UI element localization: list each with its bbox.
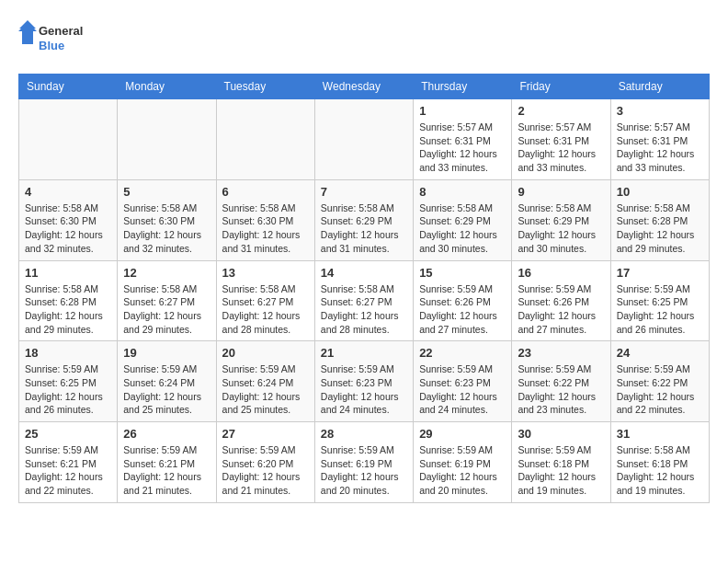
day-number: 14	[321, 266, 407, 280]
calendar-cell: 5Sunrise: 5:58 AMSunset: 6:30 PMDaylight…	[118, 179, 216, 260]
day-info: Sunrise: 5:59 AMSunset: 6:23 PMDaylight:…	[419, 362, 506, 417]
calendar-cell: 26Sunrise: 5:59 AMSunset: 6:21 PMDayligh…	[118, 422, 216, 503]
day-info: Sunrise: 5:58 AMSunset: 6:29 PMDaylight:…	[419, 201, 506, 256]
day-number: 31	[617, 427, 703, 441]
day-number: 2	[518, 104, 604, 118]
day-info: Sunrise: 5:59 AMSunset: 6:24 PMDaylight:…	[123, 362, 210, 417]
calendar-cell: 14Sunrise: 5:58 AMSunset: 6:27 PMDayligh…	[314, 260, 413, 341]
calendar-cell	[314, 99, 413, 180]
column-header-saturday: Saturday	[610, 75, 709, 99]
calendar-cell: 15Sunrise: 5:59 AMSunset: 6:26 PMDayligh…	[414, 260, 512, 341]
day-number: 7	[321, 185, 407, 199]
calendar-cell: 31Sunrise: 5:58 AMSunset: 6:18 PMDayligh…	[610, 422, 709, 503]
day-info: Sunrise: 5:59 AMSunset: 6:26 PMDaylight:…	[518, 282, 604, 337]
calendar-cell: 17Sunrise: 5:59 AMSunset: 6:25 PMDayligh…	[610, 260, 709, 341]
day-number: 16	[518, 266, 604, 280]
calendar-table: SundayMondayTuesdayWednesdayThursdayFrid…	[18, 74, 710, 503]
calendar-cell: 21Sunrise: 5:59 AMSunset: 6:23 PMDayligh…	[314, 341, 413, 422]
day-info: Sunrise: 5:57 AMSunset: 6:31 PMDaylight:…	[617, 121, 703, 175]
calendar-cell: 24Sunrise: 5:59 AMSunset: 6:22 PMDayligh…	[610, 341, 709, 422]
calendar-cell: 13Sunrise: 5:58 AMSunset: 6:27 PMDayligh…	[216, 260, 314, 341]
logo-svg: General Blue	[18, 18, 110, 59]
day-info: Sunrise: 5:58 AMSunset: 6:30 PMDaylight:…	[123, 201, 210, 256]
calendar-cell: 16Sunrise: 5:59 AMSunset: 6:26 PMDayligh…	[512, 260, 610, 341]
logo: General Blue	[18, 18, 110, 59]
column-header-sunday: Sunday	[19, 75, 118, 99]
svg-text:General: General	[39, 24, 83, 38]
day-info: Sunrise: 5:59 AMSunset: 6:18 PMDaylight:…	[518, 443, 604, 498]
day-number: 25	[25, 427, 111, 441]
day-number: 6	[222, 185, 309, 199]
day-info: Sunrise: 5:58 AMSunset: 6:30 PMDaylight:…	[25, 201, 111, 256]
day-number: 29	[419, 427, 506, 441]
calendar-cell: 29Sunrise: 5:59 AMSunset: 6:19 PMDayligh…	[414, 422, 512, 503]
day-number: 4	[25, 185, 111, 199]
calendar-cell: 30Sunrise: 5:59 AMSunset: 6:18 PMDayligh…	[512, 422, 610, 503]
day-info: Sunrise: 5:59 AMSunset: 6:25 PMDaylight:…	[25, 362, 111, 417]
calendar-cell: 8Sunrise: 5:58 AMSunset: 6:29 PMDaylight…	[414, 179, 512, 260]
day-number: 15	[419, 266, 506, 280]
day-info: Sunrise: 5:58 AMSunset: 6:29 PMDaylight:…	[321, 201, 407, 256]
calendar-week-row: 25Sunrise: 5:59 AMSunset: 6:21 PMDayligh…	[19, 422, 710, 503]
day-info: Sunrise: 5:57 AMSunset: 6:31 PMDaylight:…	[419, 121, 506, 175]
day-info: Sunrise: 5:58 AMSunset: 6:30 PMDaylight:…	[222, 201, 309, 256]
calendar-cell: 23Sunrise: 5:59 AMSunset: 6:22 PMDayligh…	[512, 341, 610, 422]
day-info: Sunrise: 5:59 AMSunset: 6:21 PMDaylight:…	[25, 443, 111, 498]
day-number: 23	[518, 346, 604, 360]
day-info: Sunrise: 5:58 AMSunset: 6:28 PMDaylight:…	[25, 282, 111, 337]
day-info: Sunrise: 5:58 AMSunset: 6:18 PMDaylight:…	[617, 443, 703, 498]
calendar-cell: 11Sunrise: 5:58 AMSunset: 6:28 PMDayligh…	[19, 260, 118, 341]
calendar-week-row: 4Sunrise: 5:58 AMSunset: 6:30 PMDaylight…	[19, 179, 710, 260]
calendar-cell: 1Sunrise: 5:57 AMSunset: 6:31 PMDaylight…	[414, 99, 512, 180]
day-info: Sunrise: 5:59 AMSunset: 6:26 PMDaylight:…	[419, 282, 506, 337]
day-info: Sunrise: 5:59 AMSunset: 6:19 PMDaylight:…	[419, 443, 506, 498]
day-number: 20	[222, 346, 309, 360]
day-number: 11	[25, 266, 111, 280]
day-info: Sunrise: 5:58 AMSunset: 6:29 PMDaylight:…	[518, 201, 604, 256]
day-info: Sunrise: 5:59 AMSunset: 6:19 PMDaylight:…	[321, 443, 407, 498]
day-number: 28	[321, 427, 407, 441]
calendar-cell: 3Sunrise: 5:57 AMSunset: 6:31 PMDaylight…	[610, 99, 709, 180]
calendar-cell: 28Sunrise: 5:59 AMSunset: 6:19 PMDayligh…	[314, 422, 413, 503]
day-info: Sunrise: 5:58 AMSunset: 6:27 PMDaylight:…	[123, 282, 210, 337]
page-header: General Blue	[18, 18, 710, 59]
day-info: Sunrise: 5:59 AMSunset: 6:22 PMDaylight:…	[617, 362, 703, 417]
day-number: 21	[321, 346, 407, 360]
calendar-cell: 18Sunrise: 5:59 AMSunset: 6:25 PMDayligh…	[19, 341, 118, 422]
day-info: Sunrise: 5:59 AMSunset: 6:21 PMDaylight:…	[123, 443, 210, 498]
day-number: 5	[123, 185, 210, 199]
calendar-header-row: SundayMondayTuesdayWednesdayThursdayFrid…	[19, 75, 710, 99]
calendar-week-row: 18Sunrise: 5:59 AMSunset: 6:25 PMDayligh…	[19, 341, 710, 422]
day-info: Sunrise: 5:59 AMSunset: 6:24 PMDaylight:…	[222, 362, 309, 417]
calendar-week-row: 1Sunrise: 5:57 AMSunset: 6:31 PMDaylight…	[19, 99, 710, 180]
day-number: 24	[617, 346, 703, 360]
calendar-cell: 20Sunrise: 5:59 AMSunset: 6:24 PMDayligh…	[216, 341, 314, 422]
calendar-cell: 2Sunrise: 5:57 AMSunset: 6:31 PMDaylight…	[512, 99, 610, 180]
day-number: 10	[617, 185, 703, 199]
calendar-cell: 27Sunrise: 5:59 AMSunset: 6:20 PMDayligh…	[216, 422, 314, 503]
day-number: 27	[222, 427, 309, 441]
day-number: 1	[419, 104, 506, 118]
calendar-cell: 12Sunrise: 5:58 AMSunset: 6:27 PMDayligh…	[118, 260, 216, 341]
calendar-cell: 7Sunrise: 5:58 AMSunset: 6:29 PMDaylight…	[314, 179, 413, 260]
calendar-cell: 9Sunrise: 5:58 AMSunset: 6:29 PMDaylight…	[512, 179, 610, 260]
day-info: Sunrise: 5:59 AMSunset: 6:25 PMDaylight:…	[617, 282, 703, 337]
day-number: 12	[123, 266, 210, 280]
day-number: 30	[518, 427, 604, 441]
day-info: Sunrise: 5:58 AMSunset: 6:27 PMDaylight:…	[222, 282, 309, 337]
calendar-cell	[118, 99, 216, 180]
day-number: 9	[518, 185, 604, 199]
day-info: Sunrise: 5:59 AMSunset: 6:22 PMDaylight:…	[518, 362, 604, 417]
calendar-cell: 10Sunrise: 5:58 AMSunset: 6:28 PMDayligh…	[610, 179, 709, 260]
calendar-cell: 25Sunrise: 5:59 AMSunset: 6:21 PMDayligh…	[19, 422, 118, 503]
day-info: Sunrise: 5:58 AMSunset: 6:28 PMDaylight:…	[617, 201, 703, 256]
day-info: Sunrise: 5:58 AMSunset: 6:27 PMDaylight:…	[321, 282, 407, 337]
calendar-cell	[19, 99, 118, 180]
svg-text:Blue: Blue	[39, 39, 64, 52]
calendar-cell: 4Sunrise: 5:58 AMSunset: 6:30 PMDaylight…	[19, 179, 118, 260]
column-header-friday: Friday	[512, 75, 610, 99]
day-info: Sunrise: 5:59 AMSunset: 6:23 PMDaylight:…	[321, 362, 407, 417]
day-number: 19	[123, 346, 210, 360]
calendar-cell: 22Sunrise: 5:59 AMSunset: 6:23 PMDayligh…	[414, 341, 512, 422]
day-number: 17	[617, 266, 703, 280]
